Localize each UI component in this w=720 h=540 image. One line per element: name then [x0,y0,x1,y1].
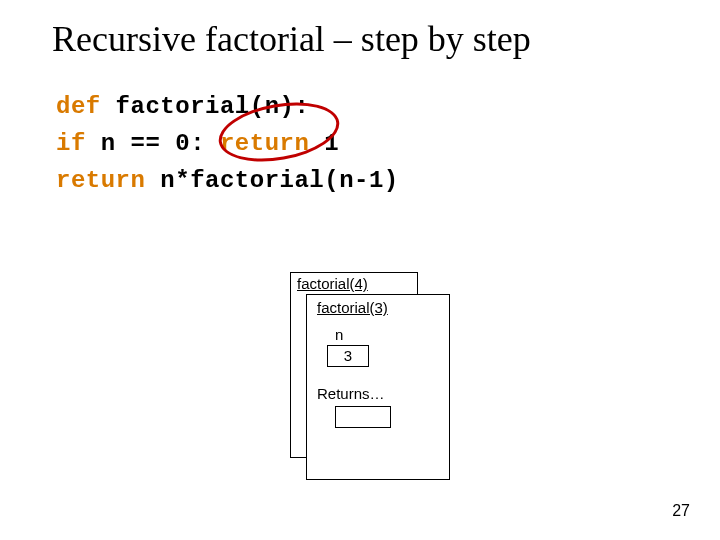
returns-value-box [335,406,391,428]
code-line-1: def factorial(n): [56,88,720,125]
code-line-3: return n*factorial(n-1) [56,162,720,199]
code-text: n*factorial(n-1) [145,167,398,194]
keyword-if: if [56,130,86,157]
frame-front-title: factorial(3) [317,299,439,316]
keyword-def: def [56,93,101,120]
code-block: def factorial(n): if n == 0: return 1 re… [0,60,720,200]
code-line-2: if n == 0: return 1 [56,125,720,162]
keyword-return: return [56,167,145,194]
page-number: 27 [672,502,690,520]
code-text: n == 0: [86,130,220,157]
returns-label: Returns… [317,385,439,402]
variable-value-box: 3 [327,345,369,367]
frame-back-title: factorial(4) [297,275,368,292]
variable-label-n: n [335,326,439,343]
slide-title: Recursive factorial – step by step [0,0,720,60]
stack-frame-front: factorial(3) n 3 Returns… [306,294,450,480]
